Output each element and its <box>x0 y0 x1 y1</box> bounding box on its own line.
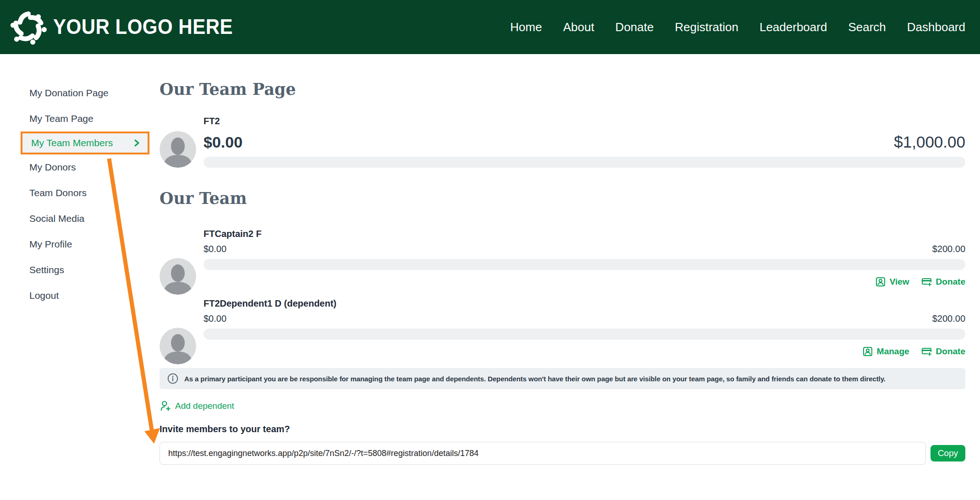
nav-donate[interactable]: Donate <box>615 20 654 34</box>
member-goal-amount: $200.00 <box>932 244 965 254</box>
member-avatar <box>160 328 196 364</box>
member-name: FT2Dependent1 D (dependent) <box>204 298 965 309</box>
team-progress-bar <box>204 157 965 168</box>
user-card-icon <box>862 346 873 357</box>
our-team-heading: Our Team <box>160 189 965 208</box>
donate-to-member-link[interactable]: Donate <box>921 276 965 287</box>
logo-text: YOUR LOGO HERE <box>53 15 233 39</box>
member-raised-amount: $0.00 <box>204 313 226 324</box>
user-plus-icon <box>160 400 171 412</box>
action-label: View <box>890 277 909 287</box>
chevron-right-icon <box>132 138 141 148</box>
nav-dashboard[interactable]: Dashboard <box>907 20 965 34</box>
member-raised-amount: $0.00 <box>204 244 226 254</box>
sidebar-item-my-team-members[interactable]: My Team Members <box>21 132 149 154</box>
member-name: FTCaptain2 F <box>204 229 965 239</box>
page-title: Our Team Page <box>160 80 965 99</box>
info-icon <box>167 373 179 385</box>
invite-row: Copy <box>160 442 965 465</box>
sidebar-item-team-donors[interactable]: Team Donors <box>0 180 160 206</box>
action-label: Donate <box>936 346 965 357</box>
avatar-silhouette-icon <box>160 258 196 295</box>
sidebar-item-my-team-page[interactable]: My Team Page <box>0 106 160 132</box>
add-dependent-label: Add dependent <box>175 401 234 411</box>
sidebar-item-social-media[interactable]: Social Media <box>0 206 160 231</box>
team-avatar <box>160 131 196 168</box>
sidebar: My Donation Page My Team Page My Team Me… <box>0 54 160 465</box>
team-member-row: FTCaptain2 F $0.00 $200.00 View <box>160 229 965 295</box>
sidebar-item-my-donors[interactable]: My Donors <box>0 154 160 180</box>
sidebar-item-label: My Team Members <box>31 137 113 148</box>
action-label: Manage <box>877 346 909 357</box>
pinwheel-logo-icon <box>10 9 47 45</box>
team-goal-amount: $1,000.00 <box>894 133 965 151</box>
copy-button[interactable]: Copy <box>930 445 965 462</box>
nav-registration[interactable]: Registration <box>675 20 738 34</box>
sidebar-item-logout[interactable]: Logout <box>0 283 160 308</box>
sidebar-item-settings[interactable]: Settings <box>0 257 160 283</box>
member-goal-amount: $200.00 <box>932 313 965 324</box>
nav-home[interactable]: Home <box>510 20 542 34</box>
invite-url-input[interactable] <box>160 442 926 465</box>
main-content: Our Team Page FT2 $0. <box>160 54 965 465</box>
logo[interactable]: YOUR LOGO HERE <box>10 9 233 45</box>
action-label: Donate <box>936 277 965 287</box>
avatar-silhouette-icon <box>160 131 196 168</box>
nav-about[interactable]: About <box>563 20 594 34</box>
top-navbar: YOUR LOGO HERE Home About Donate Registr… <box>0 0 980 54</box>
user-card-icon <box>875 276 886 287</box>
avatar-silhouette-icon <box>160 328 196 364</box>
nav-leaderboard[interactable]: Leaderboard <box>760 20 827 34</box>
view-member-link[interactable]: View <box>875 276 909 287</box>
team-member-row: FT2Dependent1 D (dependent) $0.00 $200.0… <box>160 298 965 364</box>
sidebar-item-my-donation-page[interactable]: My Donation Page <box>0 80 160 106</box>
member-progress-bar <box>204 329 965 340</box>
team-name: FT2 <box>204 116 965 126</box>
card-plus-icon <box>921 346 932 357</box>
note-text: As a primary participant you are be resp… <box>184 375 886 383</box>
donate-to-member-link[interactable]: Donate <box>921 346 965 357</box>
invite-label: Invite members to your team? <box>160 424 965 434</box>
member-progress-bar <box>204 259 965 270</box>
primary-participant-note: As a primary participant you are be resp… <box>160 368 965 389</box>
member-avatar <box>160 258 196 295</box>
add-dependent-link[interactable]: Add dependent <box>160 400 234 412</box>
page: YOUR LOGO HERE Home About Donate Registr… <box>0 0 980 500</box>
main-nav: Home About Donate Registration Leaderboa… <box>510 20 965 34</box>
team-summary: FT2 $0.00 $1,000.00 <box>160 116 965 168</box>
sidebar-item-my-profile[interactable]: My Profile <box>0 231 160 257</box>
card-plus-icon <box>921 276 932 287</box>
manage-member-link[interactable]: Manage <box>862 346 909 357</box>
team-raised-amount: $0.00 <box>204 133 242 151</box>
nav-search[interactable]: Search <box>848 20 886 34</box>
